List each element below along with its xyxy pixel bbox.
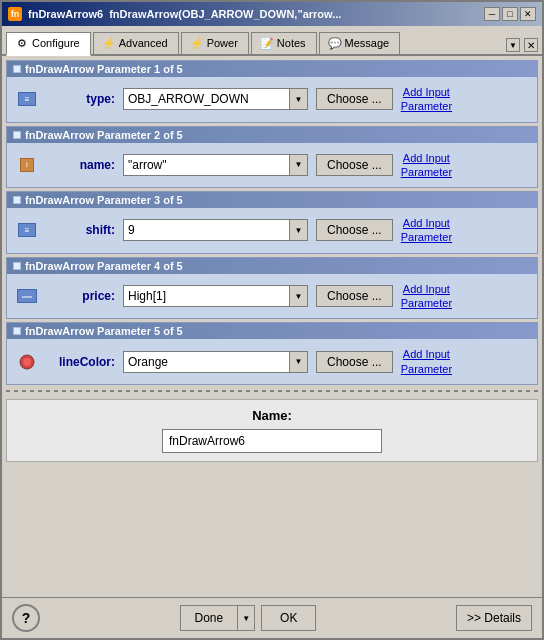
add-input-link-4[interactable]: Add InputParameter (401, 282, 452, 311)
param-input-4[interactable] (123, 285, 290, 307)
param-combo-5: ▼ (123, 351, 308, 373)
title-bar-left: fn fnDrawArrow6 fnDrawArrow(OBJ_ARROW_DO… (8, 7, 341, 21)
param-dropdown-5[interactable]: ▼ (290, 351, 308, 373)
title-bar: fn fnDrawArrow6 fnDrawArrow(OBJ_ARROW_DO… (2, 2, 542, 26)
param-header-2: fnDrawArrow Parameter 2 of 5 (7, 127, 537, 143)
choose-button-3[interactable]: Choose ... (316, 219, 393, 241)
param-header-dot-3 (13, 196, 21, 204)
tab-advanced-label: Advanced (119, 37, 168, 49)
tabs-right: ▼ ✕ (506, 38, 538, 54)
main-window: fn fnDrawArrow6 fnDrawArrow(OBJ_ARROW_DO… (0, 0, 544, 640)
param-row-2: i name: ▼ Choose ... Add InputParameter (7, 143, 537, 188)
svg-point-1 (23, 358, 31, 366)
param-label-5: lineColor: (45, 355, 115, 369)
param-input-3[interactable] (123, 219, 290, 241)
add-input-link-1[interactable]: Add InputParameter (401, 85, 452, 114)
param-row-5: lineColor: ▼ Choose ... Add InputParamet… (7, 339, 537, 384)
param-input-2[interactable] (123, 154, 290, 176)
param-dropdown-1[interactable]: ▼ (290, 88, 308, 110)
tabs-bar: ⚙ Configure ⚡ Advanced ⚡ Power 📝 Notes 💬… (2, 26, 542, 56)
param-label-2: name: (45, 158, 115, 172)
configure-tab-icon: ⚙ (15, 36, 29, 50)
window-title-full: fnDrawArrow(OBJ_ARROW_DOWN,"arrow... (109, 8, 341, 20)
name-icon: i (17, 155, 37, 175)
param-header-text-4: fnDrawArrow Parameter 4 of 5 (25, 260, 183, 272)
bottom-bar: ? Done ▼ OK >> Details (2, 597, 542, 638)
param-row-4: ══ price: ▼ Choose ... Add InputParamete… (7, 274, 537, 319)
param-section-1: fnDrawArrow Parameter 1 of 5 ≡ type: ▼ C… (6, 60, 538, 123)
tab-message-label: Message (345, 37, 390, 49)
param-section-5: fnDrawArrow Parameter 5 of 5 lineColor: … (6, 322, 538, 385)
param-header-4: fnDrawArrow Parameter 4 of 5 (7, 258, 537, 274)
param-combo-1: ▼ (123, 88, 308, 110)
done-button[interactable]: Done (180, 605, 239, 631)
param-header-dot-5 (13, 327, 21, 335)
param-header-5: fnDrawArrow Parameter 5 of 5 (7, 323, 537, 339)
title-bar-controls: ─ □ ✕ (484, 7, 536, 21)
choose-button-1[interactable]: Choose ... (316, 88, 393, 110)
tab-notes-label: Notes (277, 37, 306, 49)
param-section-4: fnDrawArrow Parameter 4 of 5 ══ price: ▼… (6, 257, 538, 320)
param-header-1: fnDrawArrow Parameter 1 of 5 (7, 61, 537, 77)
tab-power-label: Power (207, 37, 238, 49)
done-dropdown-button[interactable]: ▼ (238, 605, 255, 631)
param-row-1: ≡ type: ▼ Choose ... Add InputParameter (7, 77, 537, 122)
tab-message[interactable]: 💬 Message (319, 32, 401, 54)
type-icon: ≡ (17, 89, 37, 109)
param-input-1[interactable] (123, 88, 290, 110)
param-header-text-5: fnDrawArrow Parameter 5 of 5 (25, 325, 183, 337)
price-icon: ══ (17, 286, 37, 306)
param-combo-3: ▼ (123, 219, 308, 241)
choose-button-5[interactable]: Choose ... (316, 351, 393, 373)
param-dropdown-2[interactable]: ▼ (290, 154, 308, 176)
window-title: fnDrawArrow6 (28, 8, 103, 20)
tab-configure[interactable]: ⚙ Configure (6, 32, 91, 56)
param-label-4: price: (45, 289, 115, 303)
tab-power[interactable]: ⚡ Power (181, 32, 249, 54)
tab-notes[interactable]: 📝 Notes (251, 32, 317, 54)
param-header-text-2: fnDrawArrow Parameter 2 of 5 (25, 129, 183, 141)
content-area: fnDrawArrow Parameter 1 of 5 ≡ type: ▼ C… (2, 56, 542, 597)
maximize-button[interactable]: □ (502, 7, 518, 21)
param-header-text-3: fnDrawArrow Parameter 3 of 5 (25, 194, 183, 206)
param-label-3: shift: (45, 223, 115, 237)
param-section-3: fnDrawArrow Parameter 3 of 5 ≡ shift: ▼ … (6, 191, 538, 254)
param-dropdown-3[interactable]: ▼ (290, 219, 308, 241)
bottom-center: Done ▼ OK (180, 605, 317, 631)
param-section-2: fnDrawArrow Parameter 2 of 5 i name: ▼ C… (6, 126, 538, 189)
name-input[interactable] (162, 429, 382, 453)
linecolor-icon (17, 352, 37, 372)
param-row-3: ≡ shift: ▼ Choose ... Add InputParameter (7, 208, 537, 253)
help-button[interactable]: ? (12, 604, 40, 632)
choose-button-4[interactable]: Choose ... (316, 285, 393, 307)
app-icon: fn (8, 7, 22, 21)
choose-button-2[interactable]: Choose ... (316, 154, 393, 176)
section-divider (6, 390, 538, 392)
param-header-dot-1 (13, 65, 21, 73)
add-input-link-2[interactable]: Add InputParameter (401, 151, 452, 180)
advanced-tab-icon: ⚡ (102, 36, 116, 50)
ok-button[interactable]: OK (261, 605, 316, 631)
tab-configure-label: Configure (32, 37, 80, 49)
param-combo-2: ▼ (123, 154, 308, 176)
add-input-link-5[interactable]: Add InputParameter (401, 347, 452, 376)
tab-close-button[interactable]: ✕ (524, 38, 538, 52)
minimize-button[interactable]: ─ (484, 7, 500, 21)
param-header-dot-2 (13, 131, 21, 139)
param-header-dot-4 (13, 262, 21, 270)
name-section: Name: (6, 399, 538, 462)
power-tab-icon: ⚡ (190, 36, 204, 50)
param-combo-4: ▼ (123, 285, 308, 307)
details-button[interactable]: >> Details (456, 605, 532, 631)
name-label: Name: (252, 408, 292, 423)
param-dropdown-4[interactable]: ▼ (290, 285, 308, 307)
param-header-3: fnDrawArrow Parameter 3 of 5 (7, 192, 537, 208)
shift-icon: ≡ (17, 220, 37, 240)
tab-dropdown-button[interactable]: ▼ (506, 38, 520, 52)
param-label-1: type: (45, 92, 115, 106)
tab-advanced[interactable]: ⚡ Advanced (93, 32, 179, 54)
close-button[interactable]: ✕ (520, 7, 536, 21)
add-input-link-3[interactable]: Add InputParameter (401, 216, 452, 245)
param-input-5[interactable] (123, 351, 290, 373)
message-tab-icon: 💬 (328, 36, 342, 50)
